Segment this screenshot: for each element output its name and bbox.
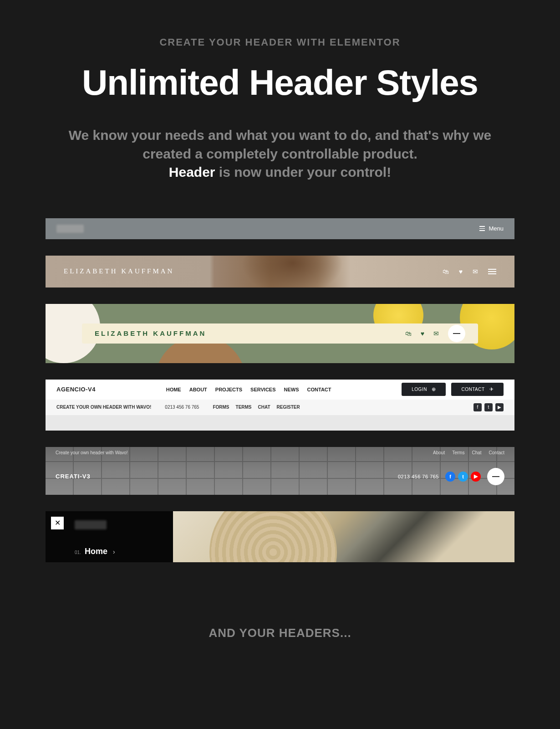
menu-item-label: Home xyxy=(85,547,107,556)
close-button[interactable]: ✕ xyxy=(51,517,64,529)
bag-icon[interactable]: 🛍 xyxy=(443,268,449,275)
nav-link[interactable]: SERVICES xyxy=(250,387,275,392)
desc-bold: Header xyxy=(169,164,215,180)
hamburger-icon[interactable] xyxy=(488,269,496,274)
user-icon: ⊕ xyxy=(432,386,436,392)
header-example-2: ELIZABETH KAUFFMAN 🛍 ♥ ✉ xyxy=(46,256,514,287)
header-example-6: ✕ 01. Home › xyxy=(46,511,514,562)
desc-line-2: is now under your control! xyxy=(215,164,392,180)
twitter-icon[interactable]: t xyxy=(484,403,493,411)
brand-name: ELIZABETH KAUFFMAN xyxy=(64,267,174,275)
login-button[interactable]: LOGIN⊕ xyxy=(402,383,446,396)
chevron-right-icon: › xyxy=(113,548,115,555)
top-link[interactable]: Contact xyxy=(489,450,504,455)
hamburger-icon xyxy=(492,476,499,477)
nav-link[interactable]: PROJECTS xyxy=(215,387,242,392)
nav-link[interactable]: CONTACT xyxy=(307,387,331,392)
page-title: Unlimited Header Styles xyxy=(46,62,514,103)
mail-icon[interactable]: ✉ xyxy=(433,330,439,337)
sub-link[interactable]: FORMS xyxy=(213,405,229,410)
facebook-icon[interactable]: f xyxy=(473,403,482,411)
nav-link[interactable]: HOME xyxy=(166,387,181,392)
brand-name: AGENCIO-V4 xyxy=(56,386,96,393)
hamburger-icon xyxy=(453,333,460,334)
top-link[interactable]: Terms xyxy=(452,450,464,455)
contact-label: CONTACT xyxy=(461,387,484,392)
top-tagline: Create your own header with Wavo! xyxy=(56,450,128,455)
mail-icon[interactable]: ✉ xyxy=(473,268,478,275)
top-link[interactable]: Chat xyxy=(472,450,481,455)
logo-placeholder xyxy=(75,520,107,529)
sub-phone: 0213 456 76 765 xyxy=(165,405,199,410)
sub-link[interactable]: REGISTER xyxy=(277,405,300,410)
footer-text: AND YOUR HEADERS... xyxy=(46,626,514,640)
nav-link[interactable]: NEWS xyxy=(284,387,299,392)
heart-icon[interactable]: ♥ xyxy=(421,330,424,337)
heart-icon[interactable]: ♥ xyxy=(459,268,463,275)
youtube-icon[interactable]: ▶ xyxy=(495,403,504,411)
nav-link[interactable]: ABOUT xyxy=(189,387,207,392)
menu-button[interactable] xyxy=(448,325,465,342)
header-example-4: AGENCIO-V4 HOME ABOUT PROJECTS SERVICES … xyxy=(46,380,514,431)
top-link[interactable]: About xyxy=(433,450,445,455)
sub-link[interactable]: TERMS xyxy=(236,405,252,410)
send-icon: ✈ xyxy=(489,386,494,392)
contact-button[interactable]: CONTACT✈ xyxy=(451,383,504,396)
desc-line-1: We know your needs and what you want to … xyxy=(69,128,491,161)
menu-item-home[interactable]: 01. Home › xyxy=(75,547,162,556)
menu-label: Menu xyxy=(489,225,504,232)
menu-button[interactable]: Menu xyxy=(479,225,504,232)
menu-button[interactable] xyxy=(487,468,504,485)
menu-item-number: 01. xyxy=(75,550,81,555)
sub-tagline: CREATE YOUR OWN HEADER WITH WAVO! xyxy=(56,405,151,410)
hamburger-icon xyxy=(479,226,485,231)
youtube-icon[interactable]: ▶ xyxy=(471,472,481,482)
header-example-3: ELIZABETH KAUFFMAN 🛍 ♥ ✉ xyxy=(46,304,514,363)
logo-placeholder xyxy=(56,225,84,233)
twitter-icon[interactable]: t xyxy=(458,472,468,482)
sub-link[interactable]: CHAT xyxy=(258,405,270,410)
hero-photo xyxy=(173,511,514,562)
close-icon: ✕ xyxy=(55,519,61,527)
eyebrow: CREATE YOUR HEADER WITH ELEMENTOR xyxy=(46,36,514,48)
bag-icon[interactable]: 🛍 xyxy=(405,330,412,337)
phone-number: 0213 456 76 765 xyxy=(398,474,439,479)
header-examples: Menu ELIZABETH KAUFFMAN 🛍 ♥ ✉ ELIZABETH … xyxy=(46,218,514,562)
header-example-1: Menu xyxy=(46,218,514,239)
brand-name: ELIZABETH KAUFFMAN xyxy=(95,329,206,337)
nav-menu: HOME ABOUT PROJECTS SERVICES NEWS CONTAC… xyxy=(166,387,331,392)
header-example-5: Create your own header with Wavo! About … xyxy=(46,447,514,495)
brand-name: CREATI-V3 xyxy=(56,473,91,480)
description: We know your needs and what you want to … xyxy=(61,126,499,182)
facebook-icon[interactable]: f xyxy=(445,472,455,482)
login-label: LOGIN xyxy=(412,387,427,392)
